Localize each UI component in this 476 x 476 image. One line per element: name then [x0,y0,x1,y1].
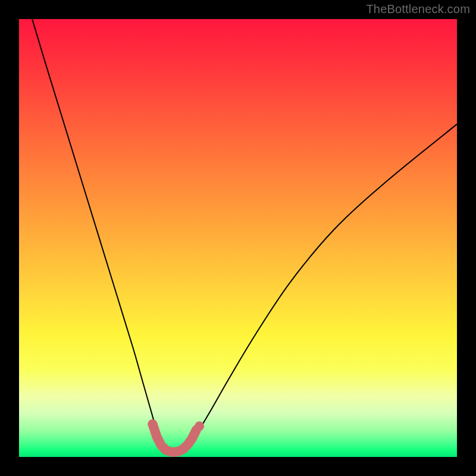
watermark-label: TheBottleneck.com [366,2,470,16]
chart-svg [19,19,457,457]
bottleneck-curve [32,19,457,453]
plot-area [19,19,457,457]
chart-frame: TheBottleneck.com [0,0,476,476]
highlight-dot [195,421,204,431]
highlight-band-path [152,424,196,452]
curve-path [32,19,457,453]
highlight-band [148,419,204,452]
highlight-dot [148,419,157,429]
